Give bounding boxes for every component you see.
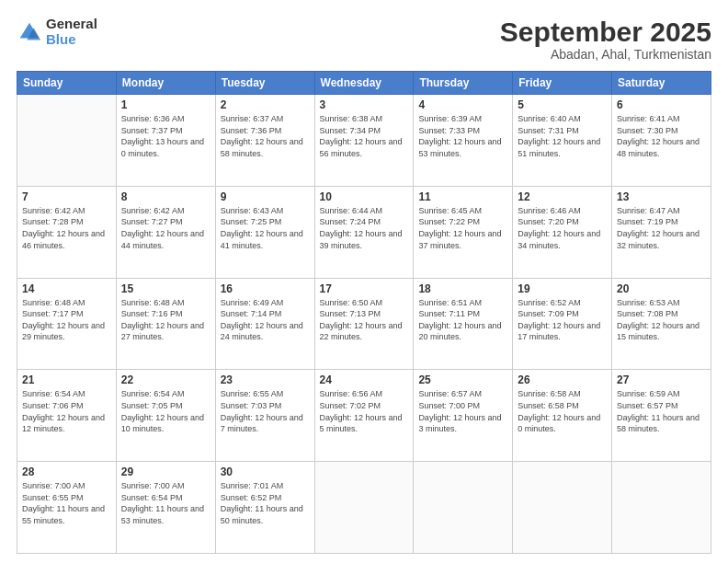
calendar-cell: 5Sunrise: 6:40 AMSunset: 7:31 PMDaylight… bbox=[513, 95, 612, 187]
col-thursday: Thursday bbox=[414, 72, 513, 95]
day-info: Sunrise: 6:54 AMSunset: 7:05 PMDaylight:… bbox=[121, 388, 210, 434]
header: General Blue September 2025 Abadan, Ahal… bbox=[17, 17, 711, 62]
day-number: 29 bbox=[121, 465, 210, 478]
page: General Blue September 2025 Abadan, Ahal… bbox=[0, 0, 728, 563]
table-row: 21Sunrise: 6:54 AMSunset: 7:06 PMDayligh… bbox=[17, 370, 711, 462]
day-info: Sunrise: 6:48 AMSunset: 7:17 PMDaylight:… bbox=[22, 297, 111, 343]
calendar-cell: 22Sunrise: 6:54 AMSunset: 7:05 PMDayligh… bbox=[116, 370, 215, 462]
day-info: Sunrise: 6:47 AMSunset: 7:19 PMDaylight:… bbox=[617, 205, 706, 251]
day-info: Sunrise: 6:38 AMSunset: 7:34 PMDaylight:… bbox=[320, 113, 409, 159]
day-info: Sunrise: 6:39 AMSunset: 7:33 PMDaylight:… bbox=[418, 113, 507, 159]
day-info: Sunrise: 6:43 AMSunset: 7:25 PMDaylight:… bbox=[221, 205, 310, 251]
col-monday: Monday bbox=[116, 72, 215, 95]
table-row: 14Sunrise: 6:48 AMSunset: 7:17 PMDayligh… bbox=[17, 278, 711, 370]
calendar-title: September 2025 bbox=[500, 17, 711, 47]
calendar-cell: 23Sunrise: 6:55 AMSunset: 7:03 PMDayligh… bbox=[215, 370, 314, 462]
day-info: Sunrise: 6:41 AMSunset: 7:30 PMDaylight:… bbox=[617, 113, 706, 159]
day-number: 24 bbox=[320, 373, 409, 386]
calendar-cell: 25Sunrise: 6:57 AMSunset: 7:00 PMDayligh… bbox=[414, 370, 513, 462]
day-info: Sunrise: 6:50 AMSunset: 7:13 PMDaylight:… bbox=[320, 297, 409, 343]
day-number: 7 bbox=[22, 190, 111, 203]
logo-icon bbox=[17, 19, 42, 45]
table-row: 28Sunrise: 7:00 AMSunset: 6:55 PMDayligh… bbox=[17, 462, 711, 554]
calendar-cell: 29Sunrise: 7:00 AMSunset: 6:54 PMDayligh… bbox=[116, 462, 215, 554]
day-info: Sunrise: 7:01 AMSunset: 6:52 PMDaylight:… bbox=[221, 480, 310, 526]
calendar-cell: 16Sunrise: 6:49 AMSunset: 7:14 PMDayligh… bbox=[215, 278, 314, 370]
logo-blue: Blue bbox=[46, 32, 97, 48]
day-info: Sunrise: 6:51 AMSunset: 7:11 PMDaylight:… bbox=[418, 297, 507, 343]
calendar-cell: 12Sunrise: 6:46 AMSunset: 7:20 PMDayligh… bbox=[513, 186, 612, 278]
calendar-cell: 2Sunrise: 6:37 AMSunset: 7:36 PMDaylight… bbox=[215, 95, 314, 187]
calendar-cell: 30Sunrise: 7:01 AMSunset: 6:52 PMDayligh… bbox=[215, 462, 314, 554]
header-row: Sunday Monday Tuesday Wednesday Thursday… bbox=[17, 72, 711, 95]
day-number: 21 bbox=[22, 373, 111, 386]
col-wednesday: Wednesday bbox=[314, 72, 414, 95]
calendar-subtitle: Abadan, Ahal, Turkmenistan bbox=[500, 47, 711, 62]
calendar-cell: 20Sunrise: 6:53 AMSunset: 7:08 PMDayligh… bbox=[612, 278, 711, 370]
day-number: 3 bbox=[320, 98, 409, 111]
day-number: 19 bbox=[518, 282, 607, 295]
day-number: 28 bbox=[22, 465, 111, 478]
day-number: 2 bbox=[221, 98, 310, 111]
calendar-cell: 17Sunrise: 6:50 AMSunset: 7:13 PMDayligh… bbox=[314, 278, 414, 370]
day-info: Sunrise: 6:48 AMSunset: 7:16 PMDaylight:… bbox=[121, 297, 210, 343]
day-number: 14 bbox=[22, 282, 111, 295]
calendar-cell: 26Sunrise: 6:58 AMSunset: 6:58 PMDayligh… bbox=[513, 370, 612, 462]
day-info: Sunrise: 6:53 AMSunset: 7:08 PMDaylight:… bbox=[617, 297, 706, 343]
logo-general: General bbox=[46, 17, 97, 32]
day-info: Sunrise: 6:58 AMSunset: 6:58 PMDaylight:… bbox=[518, 388, 607, 434]
day-info: Sunrise: 6:44 AMSunset: 7:24 PMDaylight:… bbox=[320, 205, 409, 251]
day-info: Sunrise: 6:42 AMSunset: 7:27 PMDaylight:… bbox=[121, 205, 210, 251]
title-block: September 2025 Abadan, Ahal, Turkmenista… bbox=[500, 17, 711, 62]
calendar-cell: 14Sunrise: 6:48 AMSunset: 7:17 PMDayligh… bbox=[17, 278, 117, 370]
calendar-cell: 4Sunrise: 6:39 AMSunset: 7:33 PMDaylight… bbox=[414, 95, 513, 187]
calendar-cell: 18Sunrise: 6:51 AMSunset: 7:11 PMDayligh… bbox=[414, 278, 513, 370]
day-number: 17 bbox=[320, 282, 409, 295]
calendar-cell bbox=[314, 462, 414, 554]
day-info: Sunrise: 6:46 AMSunset: 7:20 PMDaylight:… bbox=[518, 205, 607, 251]
calendar-cell: 15Sunrise: 6:48 AMSunset: 7:16 PMDayligh… bbox=[116, 278, 215, 370]
col-tuesday: Tuesday bbox=[215, 72, 314, 95]
day-info: Sunrise: 6:36 AMSunset: 7:37 PMDaylight:… bbox=[121, 113, 210, 159]
calendar-cell: 8Sunrise: 6:42 AMSunset: 7:27 PMDaylight… bbox=[116, 186, 215, 278]
day-number: 4 bbox=[418, 98, 507, 111]
day-number: 12 bbox=[518, 190, 607, 203]
calendar-cell bbox=[513, 462, 612, 554]
calendar-cell: 21Sunrise: 6:54 AMSunset: 7:06 PMDayligh… bbox=[17, 370, 117, 462]
day-number: 20 bbox=[617, 282, 706, 295]
logo-text: General Blue bbox=[46, 17, 97, 47]
col-saturday: Saturday bbox=[612, 72, 711, 95]
day-info: Sunrise: 6:56 AMSunset: 7:02 PMDaylight:… bbox=[320, 388, 409, 434]
calendar-cell: 6Sunrise: 6:41 AMSunset: 7:30 PMDaylight… bbox=[612, 95, 711, 187]
calendar-cell: 24Sunrise: 6:56 AMSunset: 7:02 PMDayligh… bbox=[314, 370, 414, 462]
calendar-cell: 9Sunrise: 6:43 AMSunset: 7:25 PMDaylight… bbox=[215, 186, 314, 278]
day-info: Sunrise: 7:00 AMSunset: 6:54 PMDaylight:… bbox=[121, 480, 210, 526]
calendar-cell: 13Sunrise: 6:47 AMSunset: 7:19 PMDayligh… bbox=[612, 186, 711, 278]
calendar-cell bbox=[17, 95, 117, 187]
col-friday: Friday bbox=[513, 72, 612, 95]
day-number: 9 bbox=[221, 190, 310, 203]
day-number: 5 bbox=[518, 98, 607, 111]
day-number: 22 bbox=[121, 373, 210, 386]
day-info: Sunrise: 6:42 AMSunset: 7:28 PMDaylight:… bbox=[22, 205, 111, 251]
day-number: 16 bbox=[221, 282, 310, 295]
day-number: 23 bbox=[221, 373, 310, 386]
logo: General Blue bbox=[17, 17, 97, 47]
day-info: Sunrise: 6:45 AMSunset: 7:22 PMDaylight:… bbox=[418, 205, 507, 251]
day-info: Sunrise: 6:40 AMSunset: 7:31 PMDaylight:… bbox=[518, 113, 607, 159]
calendar-cell: 27Sunrise: 6:59 AMSunset: 6:57 PMDayligh… bbox=[612, 370, 711, 462]
calendar-cell: 10Sunrise: 6:44 AMSunset: 7:24 PMDayligh… bbox=[314, 186, 414, 278]
day-number: 18 bbox=[418, 282, 507, 295]
day-number: 30 bbox=[221, 465, 310, 478]
calendar-cell bbox=[612, 462, 711, 554]
day-number: 6 bbox=[617, 98, 706, 111]
day-info: Sunrise: 7:00 AMSunset: 6:55 PMDaylight:… bbox=[22, 480, 111, 526]
day-info: Sunrise: 6:57 AMSunset: 7:00 PMDaylight:… bbox=[418, 388, 507, 434]
day-number: 27 bbox=[617, 373, 706, 386]
day-number: 8 bbox=[121, 190, 210, 203]
day-number: 10 bbox=[320, 190, 409, 203]
calendar-cell bbox=[414, 462, 513, 554]
day-number: 25 bbox=[418, 373, 507, 386]
calendar-cell: 19Sunrise: 6:52 AMSunset: 7:09 PMDayligh… bbox=[513, 278, 612, 370]
calendar-cell: 1Sunrise: 6:36 AMSunset: 7:37 PMDaylight… bbox=[116, 95, 215, 187]
